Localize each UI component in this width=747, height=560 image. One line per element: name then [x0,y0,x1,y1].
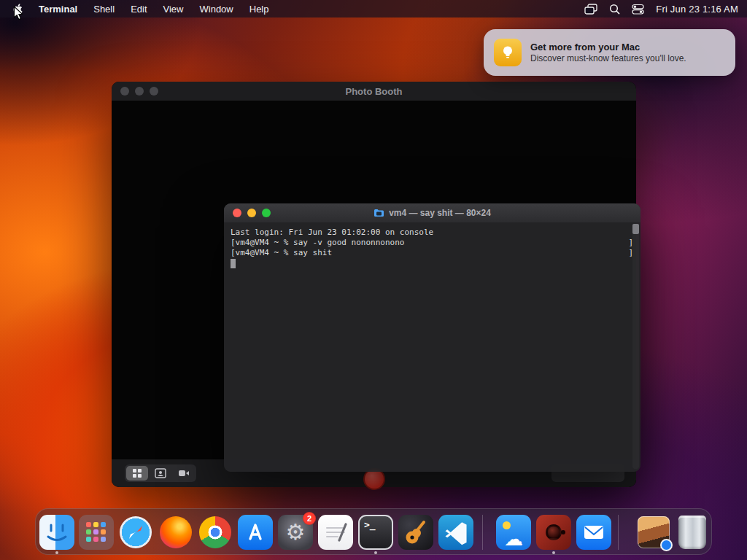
active-app-menu[interactable]: Terminal [31,4,85,15]
notes-icon [318,515,353,550]
dock-item-notes[interactable] [318,515,353,550]
weather-icon: ☁ [496,515,531,550]
close-button[interactable] [120,87,129,96]
dock-separator [482,515,483,550]
photo-booth-titlebar[interactable]: Photo Booth [112,82,636,101]
dock-item-app-store[interactable] [238,515,273,550]
menu-bar: Terminal Shell Edit View Window Help [0,0,747,18]
video-button[interactable] [173,466,195,481]
cloud-icon: ☁ [504,528,523,550]
control-center-icon[interactable] [632,4,644,15]
app-store-icon [238,515,273,550]
sun-icon [503,521,511,529]
window-title: Photo Booth [346,86,403,97]
finder-icon [39,515,74,550]
dock-item-trash[interactable] [675,515,710,550]
menu-bar-clock[interactable]: Fri Jun 23 1:16 AM [656,4,738,15]
window-stack-icon[interactable] [584,4,597,15]
dock: ⚙ 2 >_ [35,508,712,555]
terminal-line: Last login: Fri Jun 23 01:02:00 on conso… [231,228,633,238]
video-icon [178,469,190,478]
downloads-stack-icon [638,516,670,548]
terminal-line: [vm4@VM4 ~ % say shit ] [231,248,633,258]
terminal-cursor [231,259,236,268]
close-button[interactable] [233,209,241,217]
dock-item-photo-booth[interactable] [536,515,571,550]
menu-view[interactable]: View [156,4,191,15]
dock-item-launchpad[interactable] [79,515,114,550]
dock-separator [618,515,619,550]
dock-item-chrome[interactable] [198,515,233,550]
safari-icon [118,515,153,550]
minimize-button[interactable] [135,87,144,96]
zoom-button[interactable] [150,87,158,96]
notification-badge: 2 [303,512,316,525]
zoom-button[interactable] [262,209,271,217]
dock-item-downloads-stack[interactable] [636,515,671,550]
trash-icon [678,516,706,549]
view-mode-segmented-control [125,464,196,482]
notification-body: Discover must-know features you'll love. [530,53,686,64]
terminal-line: [vm4@VM4 ~ % say -v good nononnonono ] [231,238,633,248]
scrollbar[interactable] [632,224,639,469]
dock-item-vscode[interactable] [438,515,473,550]
folder-icon [374,209,384,217]
dock-item-system-settings[interactable]: ⚙ 2 [278,515,313,550]
scrollbar-thumb[interactable] [632,224,639,234]
terminal-output[interactable]: Last login: Fri Jun 23 01:02:00 on conso… [224,222,640,472]
minimize-button[interactable] [247,209,256,217]
terminal-prompt-line [231,258,633,268]
chrome-icon [198,515,233,550]
dock-item-weather[interactable]: ☁ [496,515,531,550]
spotlight-search-icon[interactable] [609,4,620,15]
single-view-icon [155,468,166,478]
vscode-icon [438,515,473,550]
tips-lightbulb-icon [494,39,522,66]
window-title: vm4 — say shit — 80×24 [389,208,491,218]
mouse-cursor [13,6,24,24]
notification-banner[interactable]: Get more from your Mac Discover must-kno… [484,29,735,76]
menu-help[interactable]: Help [242,4,276,15]
running-indicator [55,551,58,554]
dock-item-firefox[interactable] [158,515,193,550]
single-view-button[interactable] [150,466,171,481]
mail-icon [576,515,611,550]
dock-item-mail[interactable] [576,515,611,550]
dock-item-terminal[interactable]: >_ [358,515,393,550]
firefox-icon [158,515,193,550]
running-indicator [374,551,377,554]
running-indicator [552,551,555,554]
terminal-icon: >_ [358,515,393,550]
notification-title: Get more from your Mac [530,41,686,53]
dock-item-finder[interactable] [39,515,74,550]
launchpad-icon [79,515,114,550]
photo-booth-icon [536,515,571,550]
menu-window[interactable]: Window [193,4,241,15]
dock-item-garageband[interactable] [398,515,433,550]
camera-lens-icon [546,524,562,540]
garageband-icon [398,515,433,550]
photos-badge-icon [660,539,673,551]
grid-view-icon [132,468,142,478]
grid-view-button[interactable] [126,466,148,481]
menu-shell[interactable]: Shell [86,4,122,15]
dock-item-safari[interactable] [118,515,153,550]
menu-edit[interactable]: Edit [123,4,154,15]
terminal-window[interactable]: vm4 — say shit — 80×24 Last login: Fri J… [224,203,640,472]
terminal-titlebar[interactable]: vm4 — say shit — 80×24 [224,203,640,222]
